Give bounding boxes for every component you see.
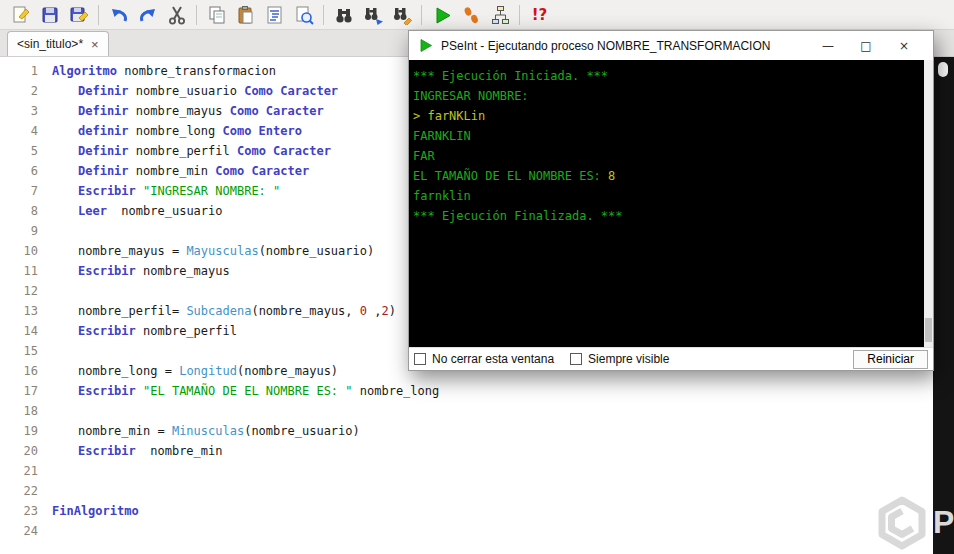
page-zoom-button[interactable] — [289, 2, 318, 28]
line-number: 24 — [0, 521, 38, 541]
draw-flowchart-button[interactable] — [485, 2, 514, 28]
line-number: 1 — [0, 61, 38, 81]
format-source-button[interactable] — [260, 2, 289, 28]
minimize-icon[interactable]: — — [809, 33, 847, 59]
check-syntax-button[interactable]: !? — [525, 2, 554, 28]
dialog-title-text: PSeInt - Ejecutando proceso NOMBRE_TRANS… — [441, 39, 770, 53]
platzi-logo-icon — [876, 494, 928, 550]
line-number: 23 — [0, 501, 38, 521]
redo-icon — [138, 5, 158, 25]
line-number: 7 — [0, 181, 38, 201]
run-button[interactable] — [427, 2, 456, 28]
page-zoom-icon — [294, 5, 314, 25]
tab-label: <sin_titulo>* — [17, 37, 83, 51]
cut-button[interactable] — [162, 2, 191, 28]
undo-icon — [109, 5, 129, 25]
paste-button[interactable] — [231, 2, 260, 28]
code-line[interactable]: 20Escribir nombre_min — [0, 441, 933, 461]
save-as-icon — [69, 5, 89, 25]
toolbar-separator — [196, 5, 197, 25]
code-line[interactable]: 23FinAlgoritmo — [0, 501, 933, 521]
dialog-title-bar[interactable]: PSeInt - Ejecutando proceso NOMBRE_TRANS… — [409, 31, 933, 60]
console-output[interactable]: *** Ejecución Iniciada. ***INGRESAR NOMB… — [409, 60, 933, 347]
replace-icon — [392, 5, 412, 25]
replace-button[interactable] — [387, 2, 416, 28]
console-line: *** Ejecución Finalizada. *** — [413, 206, 929, 226]
console-scrollbar-thumb[interactable] — [925, 318, 932, 342]
line-number: 11 — [0, 261, 38, 281]
restart-button[interactable]: Reiniciar — [853, 350, 928, 369]
pseint-window: !? <sin_titulo>* × 1Algoritmo nombre_tra… — [0, 0, 954, 554]
code-line[interactable]: 18 — [0, 401, 933, 421]
line-number: 9 — [0, 221, 38, 241]
dialog-footer: No cerrar esta ventana Siempre visible R… — [409, 347, 933, 370]
paste-icon — [236, 5, 256, 25]
console-line: > farNKLin — [413, 106, 929, 126]
console-line: FARNKLIN — [413, 126, 929, 146]
save-as-button[interactable] — [64, 2, 93, 28]
line-number: 18 — [0, 401, 38, 421]
toolbar-separator — [323, 5, 324, 25]
run-icon — [432, 5, 452, 25]
line-number: 15 — [0, 341, 38, 361]
line-number: 14 — [0, 321, 38, 341]
run-step-button[interactable] — [456, 2, 485, 28]
watermark-text: Plat — [933, 504, 954, 541]
undo-button[interactable] — [104, 2, 133, 28]
find-next-button[interactable] — [358, 2, 387, 28]
find-button[interactable] — [329, 2, 358, 28]
redo-button[interactable] — [133, 2, 162, 28]
line-number: 6 — [0, 161, 38, 181]
new-file-button[interactable] — [6, 2, 35, 28]
cut-icon — [167, 5, 187, 25]
tab-close-icon[interactable]: × — [91, 38, 99, 51]
console-line: *** Ejecución Iniciada. *** — [413, 66, 929, 86]
line-number: 12 — [0, 281, 38, 301]
code-line[interactable]: 19nombre_min = Minusculas(nombre_usuario… — [0, 421, 933, 441]
toolbar-separator — [519, 5, 520, 25]
toolbar: !? — [0, 0, 954, 30]
line-number: 16 — [0, 361, 38, 381]
platzi-watermark: Plat — [876, 494, 954, 550]
save-icon — [40, 5, 60, 25]
line-number: 10 — [0, 241, 38, 261]
code-line[interactable]: 24 — [0, 521, 933, 541]
toolbar-separator — [421, 5, 422, 25]
console-scrollbar[interactable] — [924, 60, 933, 347]
save-button[interactable] — [35, 2, 64, 28]
check-syntax-icon: !? — [532, 6, 548, 24]
line-number: 20 — [0, 441, 38, 461]
code-line[interactable]: 22 — [0, 481, 933, 501]
find-next-icon — [363, 5, 383, 25]
line-number: 2 — [0, 81, 38, 101]
close-icon[interactable]: × — [885, 33, 923, 59]
line-number: 5 — [0, 141, 38, 161]
line-number: 4 — [0, 121, 38, 141]
no-close-checkbox[interactable] — [414, 353, 426, 365]
console-line: INGRESAR NOMBRE: — [413, 86, 929, 106]
always-visible-checkbox[interactable] — [570, 353, 582, 365]
run-step-icon — [461, 5, 481, 25]
line-number: 8 — [0, 201, 38, 221]
execution-dialog: PSeInt - Ejecutando proceso NOMBRE_TRANS… — [408, 30, 934, 371]
editor-scrollbar[interactable] — [933, 57, 954, 554]
line-number: 3 — [0, 101, 38, 121]
console-line: FAR — [413, 146, 929, 166]
maximize-icon[interactable]: □ — [847, 33, 885, 59]
code-line[interactable]: 21 — [0, 461, 933, 481]
copy-button[interactable] — [202, 2, 231, 28]
always-visible-label: Siempre visible — [588, 352, 669, 366]
find-icon — [334, 5, 354, 25]
tab-sin-titulo[interactable]: <sin_titulo>* × — [7, 31, 109, 56]
no-close-label: No cerrar esta ventana — [432, 352, 554, 366]
line-number: 22 — [0, 481, 38, 501]
draw-flowchart-icon — [490, 5, 510, 25]
editor-scrollbar-thumb[interactable] — [938, 62, 948, 77]
toolbar-separator — [98, 5, 99, 25]
line-number: 13 — [0, 301, 38, 321]
window-controls: — □ × — [809, 33, 923, 59]
console-line: EL TAMAÑO DE EL NOMBRE ES: 8 — [413, 166, 929, 186]
code-line[interactable]: 17Escribir "EL TAMAÑO DE EL NOMBRE ES: "… — [0, 381, 933, 401]
pseint-play-icon — [418, 38, 433, 53]
line-number: 21 — [0, 461, 38, 481]
